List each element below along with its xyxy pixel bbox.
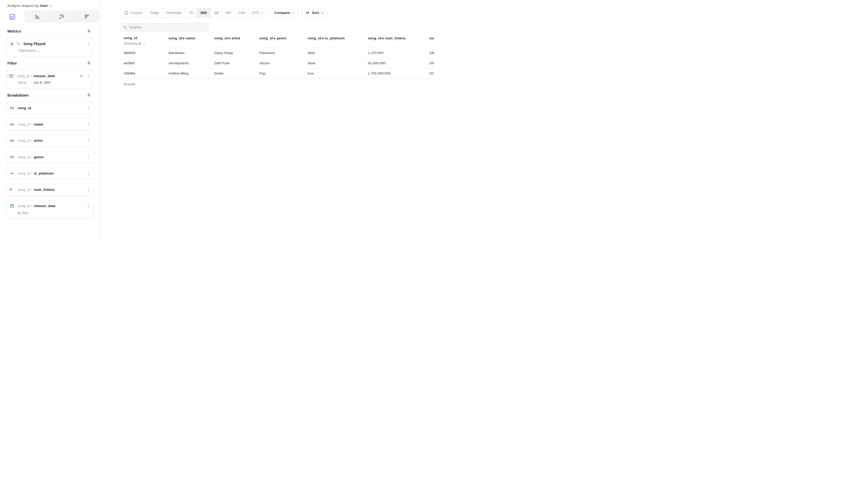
breakdown-item[interactable]: # song_id ▸ num_listens (6, 183, 93, 195)
breakdown-options-button[interactable] (86, 170, 90, 176)
column-header-release-date[interactable]: song_id ▸ release_date (429, 34, 434, 48)
breakdown-bucket-label[interactable]: by Year (18, 211, 90, 215)
breakdown-options-button[interactable] (86, 122, 90, 127)
filter-options-button[interactable] (86, 73, 90, 79)
drag-handle-icon[interactable] (7, 74, 9, 77)
breakdown-options-button[interactable] (86, 203, 90, 209)
analyze-by-selector[interactable]: User (40, 4, 52, 8)
cell-song-id: a43fb8 (120, 58, 168, 68)
insights-report-app: Analyze Uniques by User (0, 0, 434, 243)
cell-is-platinum: false (308, 58, 368, 68)
line-chart-icon (9, 13, 16, 20)
cell-release-date: 1987 (429, 48, 434, 58)
report-toolbar: Custom Today Yesterday 7D 30D 3M 6M 12M … (120, 8, 434, 18)
table-row[interactable]: d8d949 Bamboleo Gipsy Kings Flamenco fal… (120, 48, 434, 58)
query-builder-sidebar: Analyze Uniques by User (0, 0, 99, 243)
column-label: song_id (124, 36, 168, 40)
tab-insights-line[interactable] (0, 11, 25, 23)
date-range-yesterday[interactable]: Yesterday (162, 8, 185, 17)
breakdown-item[interactable]: Aa song_id (6, 102, 93, 114)
date-range-12m[interactable]: 12M (234, 8, 248, 17)
add-filter-button[interactable] (86, 60, 92, 66)
text-type-icon: Aa (10, 106, 16, 110)
tab-metrics-grid[interactable] (74, 11, 99, 23)
date-type-icon (9, 74, 15, 78)
breakdown-options-button[interactable] (86, 105, 90, 111)
plus-icon (87, 93, 91, 97)
cell-artist: Gipsy Kings (214, 48, 259, 58)
column-header-artist[interactable]: song_id ▸ artist (214, 34, 259, 48)
search-icon (123, 25, 127, 29)
plus-icon (87, 61, 91, 65)
close-icon (80, 74, 83, 78)
breakdown-options-button[interactable] (86, 187, 90, 192)
tab-bar-chart[interactable] (25, 11, 49, 23)
sort-button[interactable]: Sort (302, 8, 327, 18)
cell-num-listens: 41,000,000 (368, 58, 429, 68)
breakdown-item[interactable]: Aa song_id ▸ genre (6, 151, 93, 163)
date-range-custom[interactable]: Custom (120, 8, 146, 17)
column-header-genre[interactable]: song_id ▸ genre (259, 34, 308, 48)
metric-options-button[interactable] (86, 41, 90, 47)
breakdown-item[interactable]: song_id ▸ is_platinum (6, 167, 93, 179)
column-header-song-id[interactable]: song_id Showing all (120, 34, 168, 48)
metric-aggregation[interactable]: Total Events (18, 49, 36, 53)
breakdown-item[interactable]: Aa song_id ▸ name (6, 118, 93, 130)
cell-is-platinum: false (308, 48, 368, 58)
metric-name: Song Played (23, 42, 45, 46)
search-input[interactable] (130, 25, 206, 29)
compare-button[interactable]: Compare (271, 8, 298, 18)
filter-value[interactable]: Jun 6, 1987 (34, 81, 51, 85)
breakdown-item[interactable]: song_id ▸ release_date by Year (6, 200, 93, 218)
cell-artist: Daft Punk (214, 58, 259, 68)
date-range-label: Yesterday (166, 11, 182, 15)
chevron-down-icon (321, 11, 324, 13)
date-range-label: Today (150, 11, 159, 15)
filter-heading: Filter (7, 61, 17, 65)
date-range-30d[interactable]: 30D (196, 8, 210, 17)
visualization-tabs (0, 10, 99, 23)
metric-letter-badge: A (9, 41, 14, 47)
breakdown-property-name: name (34, 122, 43, 126)
filter-operator[interactable]: Since (18, 81, 26, 85)
compare-label: Compare (275, 11, 290, 15)
analyze-label: Analyze Uniques by (7, 4, 38, 8)
breakdown-property-prefix: song_id (18, 139, 30, 143)
column-header-num-listens[interactable]: song_id ▸ num_listens (368, 34, 429, 48)
filter-card[interactable]: song_id ▸ release_date Since Jun 6, 1987 (6, 70, 93, 88)
tab-flows[interactable] (49, 11, 74, 23)
showing-all-label: Showing all (124, 41, 141, 46)
date-range-7d[interactable]: 7D (185, 8, 196, 17)
column-header-is-platinum[interactable]: song_id ▸ is_platinum (308, 34, 368, 48)
cell-release-date: 2015 (429, 68, 434, 79)
date-range-today[interactable]: Today (146, 8, 162, 17)
date-range-6m[interactable]: 6M (222, 8, 234, 17)
analyze-header: Analyze Uniques by User (0, 0, 99, 10)
add-metric-button[interactable] (86, 28, 92, 34)
property-arrow: ▸ (31, 205, 33, 207)
breakdown-options-button[interactable] (86, 138, 90, 144)
column-label: song_id ▸ name (168, 36, 214, 40)
search-box (120, 23, 209, 32)
remove-filter-button[interactable] (79, 74, 84, 78)
breakdown-heading: Breakdown (7, 93, 29, 97)
sort-arrows-icon (306, 11, 310, 15)
column-header-name[interactable]: song_id ▸ name (168, 34, 214, 48)
table-row[interactable]: c994bb Hotline Bling Drake Pop true 1,70… (120, 68, 434, 79)
event-spark-icon (17, 41, 21, 46)
table-row[interactable]: a43fb8 Aerodynamic Daft Punk House false… (120, 58, 434, 68)
analyze-by-value: User (40, 4, 48, 8)
date-range-xtd[interactable]: XTD (248, 8, 267, 17)
breakdown-property-prefix: song_id (18, 204, 30, 208)
breakdown-item[interactable]: Aa song_id ▸ artist (6, 134, 93, 147)
showing-all-dropdown[interactable]: Showing all (124, 41, 168, 46)
cell-name: Bamboleo (168, 48, 214, 58)
metric-card[interactable]: A Song Played Total Events (6, 38, 93, 56)
property-arrow: ▸ (31, 74, 32, 78)
date-range-3m[interactable]: 3M (210, 8, 222, 17)
breakdown-options-button[interactable] (86, 154, 90, 160)
plus-icon (87, 29, 91, 33)
add-breakdown-button[interactable] (86, 92, 92, 98)
property-arrow: ▸ (31, 156, 33, 158)
column-label: song_id ▸ release_date (429, 36, 434, 40)
